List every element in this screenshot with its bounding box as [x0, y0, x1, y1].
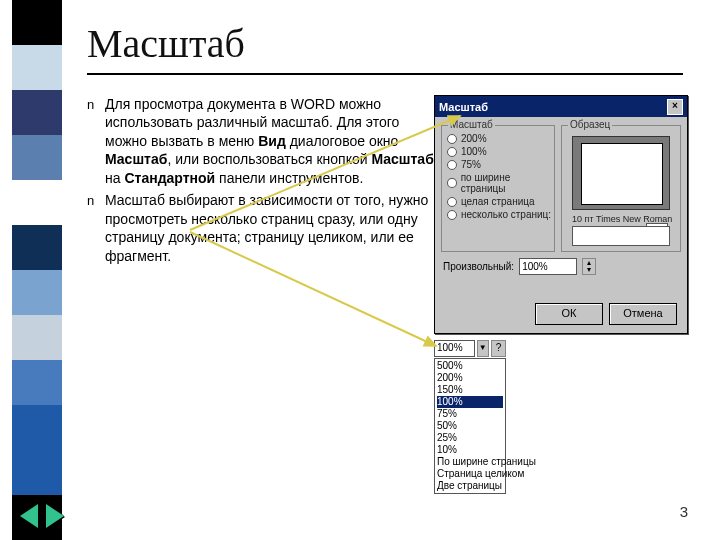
list-item[interactable]: 100% [437, 396, 503, 408]
zoom-options-group: Масштаб 200%100%75%по ширине страницыцел… [441, 125, 555, 252]
preview-page [581, 143, 663, 205]
zoom-dropdown-list[interactable]: 500%200%150%100%75%50%25%10%По ширине ст… [434, 358, 506, 494]
close-icon[interactable]: × [667, 99, 683, 115]
group-label: Образец [568, 119, 612, 130]
arbitrary-zoom-row: Произвольный: 100% ▴▾ [443, 258, 596, 275]
zoom-dialog: Масштаб × Масштаб 200%100%75%по ширине с… [434, 95, 688, 334]
radio-option[interactable]: 100% [447, 146, 554, 157]
radio-option[interactable]: несколько страниц: [447, 209, 554, 220]
list-item[interactable]: 10% [437, 444, 503, 456]
cancel-button[interactable]: Отмена [609, 303, 677, 325]
list-item[interactable]: 200% [437, 372, 503, 384]
dialog-titlebar: Масштаб × [435, 96, 687, 117]
decorative-stripe [12, 0, 62, 540]
radio-list: 200%100%75%по ширине страницыцелая стран… [442, 133, 554, 220]
prev-slide-icon[interactable] [20, 504, 38, 528]
radio-option[interactable]: по ширине страницы [447, 172, 554, 194]
sample-font-label: 10 пт Times New Roman [572, 214, 672, 224]
page-preview [572, 136, 670, 210]
list-item[interactable]: 500% [437, 360, 503, 372]
chevron-down-icon[interactable]: ▼ [477, 340, 489, 357]
bullet-text: Масштаб выбирают в зависимости от того, … [105, 191, 444, 265]
slide-title: Масштаб [87, 20, 245, 67]
list-item[interactable]: 75% [437, 408, 503, 420]
next-slide-icon[interactable] [46, 504, 64, 528]
list-item[interactable]: Две страницы [437, 480, 503, 492]
radio-option[interactable]: 200% [447, 133, 554, 144]
radio-option[interactable]: целая страница [447, 196, 554, 207]
bullet-icon: n [87, 191, 105, 265]
spinner-icon[interactable]: ▴▾ [582, 258, 596, 275]
zoom-toolbar-dropdown: 100% ▼ ? 500%200%150%100%75%50%25%10%По … [434, 340, 506, 494]
list-item[interactable]: Страница целиком [437, 468, 503, 480]
list-item[interactable]: 25% [437, 432, 503, 444]
page-number: 3 [680, 503, 688, 520]
ok-button[interactable]: ОК [535, 303, 603, 325]
bullet-icon: n [87, 95, 105, 187]
bullet-text: Для просмотра документа в WORD можно исп… [105, 95, 444, 187]
list-item[interactable]: По ширине страницы [437, 456, 503, 468]
body-text: nДля просмотра документа в WORD можно ис… [87, 95, 444, 269]
zoom-combo[interactable]: 100% [434, 340, 475, 357]
dialog-title-text: Масштаб [439, 101, 488, 113]
list-item[interactable]: 50% [437, 420, 503, 432]
radio-option[interactable]: 75% [447, 159, 554, 170]
arbitrary-label: Произвольный: [443, 261, 514, 272]
group-label: Масштаб [448, 119, 495, 130]
help-icon[interactable]: ? [491, 340, 506, 357]
sample-box [572, 226, 670, 246]
title-underline [87, 73, 683, 75]
preview-group: Образец 10 пт Times New Roman [561, 125, 681, 252]
list-item[interactable]: 150% [437, 384, 503, 396]
arbitrary-input[interactable]: 100% [519, 258, 577, 275]
slide-nav [20, 504, 64, 528]
